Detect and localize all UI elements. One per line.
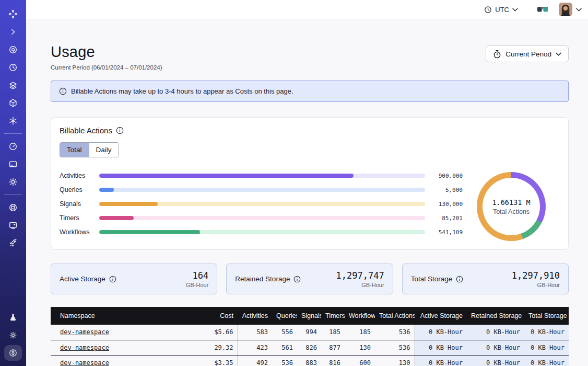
- namespaces-icon[interactable]: [4, 42, 22, 58]
- total-actions-cell: 536: [375, 340, 415, 355]
- settings-gear-icon[interactable]: [4, 174, 22, 190]
- column-header-queries: Queries: [272, 307, 297, 325]
- docs-screen-icon[interactable]: [4, 218, 22, 233]
- namespace-link[interactable]: dev-namespace: [60, 344, 109, 351]
- chart-value-label: 900,000: [425, 173, 463, 179]
- timers-cell: 185: [321, 325, 345, 340]
- stopwatch-icon: [493, 50, 501, 59]
- chart-category-label: Timers: [60, 214, 99, 222]
- deployments-cube-icon[interactable]: [4, 95, 22, 111]
- banner-text: Billable Actions may take up to 3-4 hour…: [71, 87, 293, 95]
- chart-category-label: Signals: [60, 200, 99, 208]
- total-storage-cell: 0 KB-Hour: [524, 325, 569, 340]
- storage-summary-row: Active Storage 164 GB-Hour Retained Stor…: [51, 264, 569, 294]
- usage-gauge-icon[interactable]: [4, 139, 22, 154]
- chart-category-label: Workflows: [60, 228, 99, 236]
- total-storage-cell: 0 KB-Hour: [524, 340, 569, 355]
- retained-storage-unit: GB-Hour: [336, 282, 384, 288]
- billable-actions-card: Billable Actions Total Daily Activities9…: [51, 117, 569, 250]
- chart-bar-fill: [99, 230, 200, 234]
- retained-storage-label: Retained Storage: [235, 275, 290, 283]
- total-actions-cell: 536: [375, 325, 415, 340]
- chart-bar-track: [99, 174, 425, 178]
- support-lifebuoy-icon[interactable]: [4, 200, 22, 215]
- column-header-cost: Cost: [181, 307, 238, 325]
- layers-icon[interactable]: [4, 77, 22, 93]
- chart-value-label: 130,000: [425, 201, 463, 208]
- total-storage-value: 1,297,910: [512, 270, 560, 281]
- cost-cell: $3.35: [181, 355, 238, 366]
- column-header-workflows: Workflows: [345, 307, 375, 325]
- chevron-down-icon: [556, 52, 561, 56]
- theme-sun-icon[interactable]: [4, 327, 22, 343]
- active-storage-value: 164: [186, 270, 208, 281]
- nexus-asterisk-icon[interactable]: [4, 113, 22, 129]
- column-header-retained-storage: Retained Storage: [467, 307, 524, 325]
- currency-coin-icon[interactable]: [4, 345, 22, 361]
- chart-category-label: Queries: [60, 186, 99, 193]
- billing-card-icon[interactable]: [4, 156, 22, 172]
- table-row: dev-namespace$5.665835569941851855360 KB…: [51, 325, 569, 340]
- feedback-glasses-icon[interactable]: [537, 6, 548, 13]
- tab-daily[interactable]: Daily: [89, 143, 119, 157]
- queries-cell: 536: [272, 355, 297, 366]
- table-row: dev-namespace29.324235618268771305360 KB…: [51, 340, 569, 355]
- sidebar-divider: [4, 133, 22, 134]
- active-storage-unit: GB-Hour: [186, 282, 208, 288]
- namespace-usage-table: NamespaceCostActivitiesQueriesSignalsTim…: [51, 307, 569, 366]
- signals-cell: 994: [297, 325, 321, 340]
- chart-bar-track: [99, 216, 425, 220]
- queries-cell: 561: [272, 340, 297, 355]
- timers-cell: 816: [321, 355, 345, 366]
- billable-actions-title: Billable Actions: [60, 126, 112, 135]
- namespace-link[interactable]: dev-namespace: [60, 328, 109, 336]
- tab-total[interactable]: Total: [60, 143, 89, 157]
- info-icon[interactable]: [116, 127, 124, 134]
- active-storage-card: Active Storage 164 GB-Hour: [51, 264, 217, 294]
- timezone-label: UTC: [495, 6, 509, 14]
- active-storage-label: Active Storage: [60, 275, 105, 283]
- chart-row-queries: Queries5,000: [60, 183, 463, 197]
- retained-storage-card: Retained Storage 1,297,747 GB-Hour: [226, 264, 393, 294]
- info-icon[interactable]: [456, 276, 463, 283]
- temporal-logo-icon[interactable]: [4, 6, 22, 22]
- info-icon: [59, 87, 67, 95]
- user-avatar[interactable]: [559, 3, 572, 16]
- period-selector-button[interactable]: Current Period: [486, 45, 569, 62]
- total-actions-cell: 130: [375, 355, 415, 366]
- workflows-cell: 130: [345, 340, 375, 355]
- getting-started-rocket-icon[interactable]: [4, 235, 22, 251]
- chart-bar-fill: [99, 188, 114, 192]
- schedules-icon[interactable]: [4, 60, 22, 75]
- account-chevron-down-icon[interactable]: [576, 8, 582, 12]
- cost-cell: $5.66: [181, 325, 238, 340]
- namespace-cell: dev-namespace: [51, 340, 181, 355]
- column-header-total-storage: Total Storage: [524, 307, 569, 325]
- retained-storage-cell: 0 KB-Hour: [467, 355, 524, 366]
- donut-center-label: Total Actions: [493, 208, 530, 215]
- labs-flask-icon[interactable]: [4, 310, 22, 325]
- activities-cell: 423: [238, 340, 272, 355]
- retained-storage-value: 1,297,747: [336, 270, 384, 281]
- namespace-cell: dev-namespace: [51, 355, 181, 366]
- timezone-selector[interactable]: UTC: [481, 4, 521, 16]
- info-banner: Billable Actions may take up to 3-4 hour…: [51, 81, 569, 102]
- active-storage-cell: 0 KB-Hour: [415, 340, 467, 355]
- info-icon[interactable]: [293, 276, 301, 283]
- chart-value-label: 85,201: [425, 215, 463, 222]
- current-period-subtitle: Current Period (06/01/2024 – 07/01/2024): [51, 64, 162, 71]
- namespace-link[interactable]: dev-namespace: [60, 359, 109, 366]
- activities-cell: 583: [238, 325, 272, 340]
- column-header-timers: Timers: [321, 307, 345, 325]
- signals-cell: 826: [297, 340, 321, 355]
- chart-category-label: Activities: [60, 172, 99, 179]
- collapse-chevron-icon[interactable]: [4, 24, 22, 40]
- column-header-total-actions: Total Actions: [375, 307, 415, 325]
- chart-row-timers: Timers85,201: [60, 211, 463, 225]
- column-header-active-storage: Active Storage: [415, 307, 467, 325]
- main-content: Usage Current Period (06/01/2024 – 07/01…: [26, 19, 588, 366]
- period-button-label: Current Period: [505, 50, 551, 58]
- chevron-down-icon: [512, 8, 518, 12]
- chart-bar-track: [99, 230, 425, 234]
- info-icon[interactable]: [109, 276, 116, 283]
